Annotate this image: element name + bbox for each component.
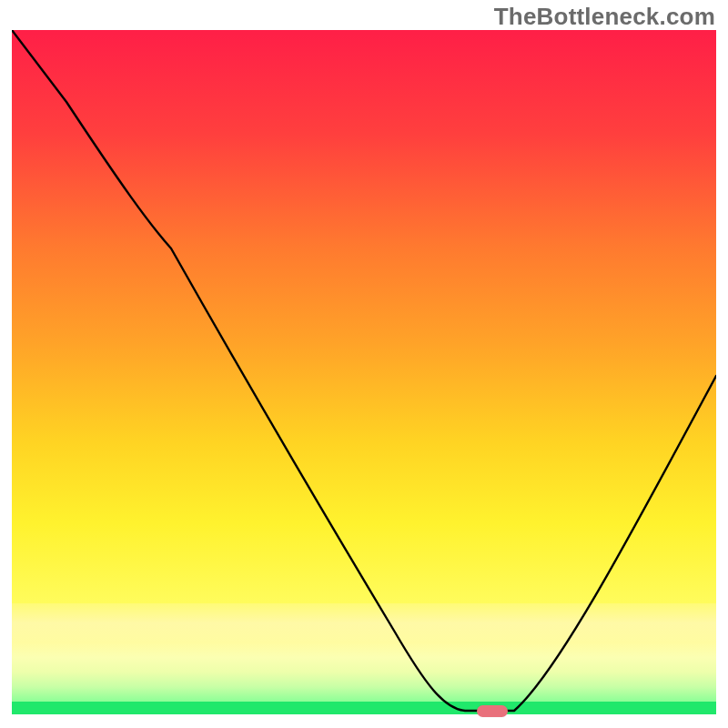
watermark-text: TheBottleneck.com bbox=[494, 3, 715, 31]
optimal-marker bbox=[477, 705, 508, 717]
gradient-pale bbox=[12, 603, 716, 702]
gradient-main bbox=[12, 30, 716, 603]
plot-svg bbox=[12, 30, 716, 714]
green-bottom-band bbox=[12, 702, 716, 714]
plot-area bbox=[12, 30, 716, 714]
chart-container: TheBottleneck.com bbox=[0, 0, 728, 728]
